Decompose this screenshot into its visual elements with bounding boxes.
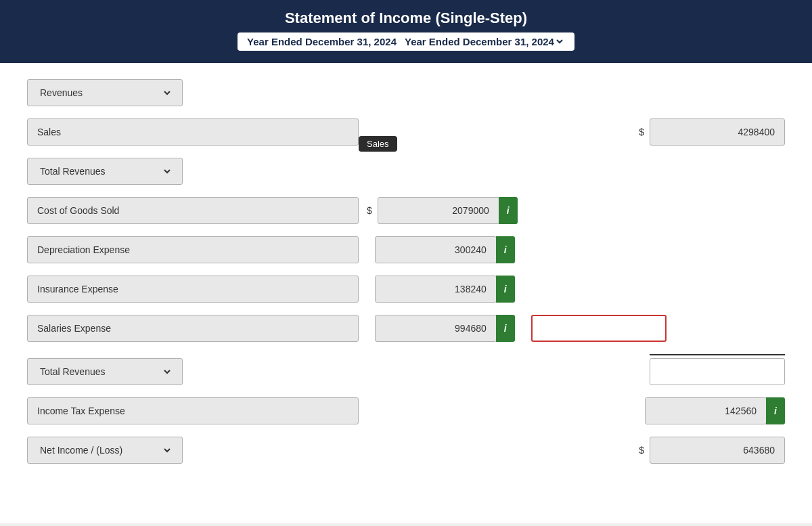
revenues-dropdown[interactable]: Revenues <box>27 79 183 106</box>
net-income-dropdown[interactable]: Net Income / (Loss) <box>27 437 183 464</box>
main-content: Revenues Sales $ 4298400 Total Revenues … <box>0 63 812 523</box>
cogs-dollar: $ <box>367 205 372 216</box>
salaries-field: Salaries Expense <box>27 315 359 342</box>
cogs-field: Cost of Goods Sold <box>27 197 359 224</box>
net-income-row: Net Income / (Loss) $ 643680 <box>27 437 785 464</box>
sales-field: Sales <box>27 118 359 146</box>
insurance-info-button[interactable]: i <box>496 276 515 303</box>
income-tax-info-button[interactable]: i <box>766 397 785 424</box>
cogs-info-button[interactable]: i <box>499 197 518 224</box>
total-revenues-1-dropdown[interactable]: Total Revenues <box>27 158 183 185</box>
insurance-value: 138240 <box>375 276 497 303</box>
net-income-dollar: $ <box>639 445 644 456</box>
salaries-value: 994680 <box>375 315 497 342</box>
income-tax-field: Income Tax Expense <box>27 397 359 424</box>
total-revenues-2-row: Total Revenues <box>27 358 785 385</box>
year-label: Year Ended December 31, 2024 <box>247 36 397 47</box>
salaries-row: Salaries Expense $ 994680 i <box>27 315 785 342</box>
insurance-row: Insurance Expense $ 138240 i <box>27 276 785 303</box>
income-tax-row: Income Tax Expense 142560 i <box>27 397 785 424</box>
depreciation-value: 300240 <box>375 236 497 263</box>
insurance-field: Insurance Expense <box>27 276 359 303</box>
tooltip-bubble: Sales <box>359 136 397 152</box>
salaries-info-button[interactable]: i <box>496 315 515 342</box>
page-title: Statement of Income (Single-Step) <box>14 9 798 27</box>
total-revenues-2-value <box>650 358 785 385</box>
revenues-select[interactable]: Revenues <box>37 87 173 99</box>
income-tax-value: 142560 <box>645 397 767 424</box>
total-revenues-1-row: Total Revenues Sales <box>27 158 785 185</box>
year-subtitle[interactable]: Year Ended December 31, 2024 Year Ended … <box>238 32 574 51</box>
cogs-value: 2079000 <box>378 197 499 224</box>
total-revenues-1-select[interactable]: Total Revenues <box>37 165 173 177</box>
sales-row: Sales $ 4298400 <box>27 118 785 146</box>
depreciation-row: Depreciation Expense $ 300240 i <box>27 236 785 263</box>
year-select[interactable]: Year Ended December 31, 2024 <box>402 35 565 48</box>
sales-dollar: $ <box>639 127 644 137</box>
depreciation-field: Depreciation Expense <box>27 236 359 263</box>
depreciation-info-button[interactable]: i <box>496 236 515 263</box>
revenues-row: Revenues <box>27 79 785 106</box>
total-revenues-2-dropdown[interactable]: Total Revenues <box>27 358 183 385</box>
sales-value: 4298400 <box>650 118 785 146</box>
separator-line <box>650 354 785 355</box>
page-header: Statement of Income (Single-Step) Year E… <box>0 0 812 63</box>
salaries-right-input[interactable] <box>531 315 667 342</box>
cogs-row: Cost of Goods Sold $ 2079000 i <box>27 197 785 224</box>
total-revenues-2-select[interactable]: Total Revenues <box>37 366 173 378</box>
net-income-value: 643680 <box>650 437 785 464</box>
net-income-select[interactable]: Net Income / (Loss) <box>37 444 173 456</box>
